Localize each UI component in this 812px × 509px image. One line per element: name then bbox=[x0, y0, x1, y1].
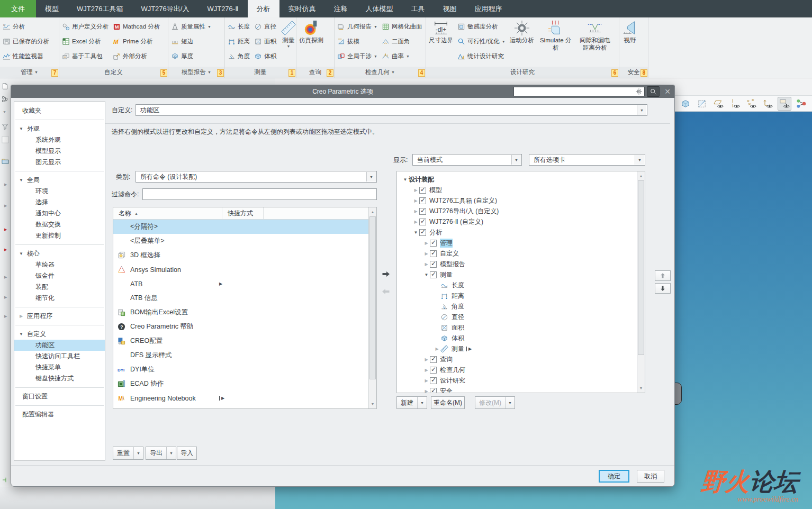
point-display-button[interactable] bbox=[745, 97, 757, 110]
sidebar-section-header[interactable]: ▼核心 bbox=[14, 248, 105, 259]
checkbox[interactable] bbox=[430, 250, 437, 257]
sidebar-item[interactable]: 配置编辑器 bbox=[14, 409, 105, 420]
sidebar-section-header[interactable]: ▼自定义 bbox=[14, 329, 105, 340]
ribbon-item[interactable]: 质量属性▼ bbox=[169, 19, 213, 34]
command-row[interactable]: CREO配置 bbox=[113, 334, 368, 348]
axis-display-button[interactable] bbox=[728, 97, 741, 110]
cancel-button[interactable]: 取消 bbox=[637, 470, 664, 483]
checkbox[interactable] bbox=[430, 261, 437, 268]
ribbon-big-item[interactable]: Simulate 分析 bbox=[537, 19, 575, 52]
scroll-down-icon[interactable]: ▼ bbox=[637, 384, 645, 392]
scrollbar-thumb[interactable] bbox=[369, 216, 376, 379]
chevron-down-icon[interactable]: ▼ bbox=[423, 272, 430, 277]
ribbon-item[interactable]: 基于工具包 bbox=[60, 49, 110, 63]
command-row[interactable]: ECAD 协作 bbox=[113, 377, 368, 391]
ribbon-item[interactable]: Excel 分析 bbox=[60, 34, 110, 49]
sidebar-item[interactable]: 快捷菜单 bbox=[14, 362, 105, 373]
category-dropdown[interactable]: 所有命令 (设计装配) ▼ bbox=[136, 171, 377, 183]
sidebar-item-favorites[interactable]: 收藏夹 bbox=[14, 105, 105, 116]
scroll-up-icon[interactable]: ▲ bbox=[369, 208, 376, 216]
rename-button[interactable]: 重命名(M) bbox=[431, 396, 465, 409]
ribbon-item[interactable]: 用户定义分析 bbox=[60, 19, 110, 34]
ribbon-item[interactable]: 性能监视器 bbox=[1, 49, 51, 63]
tree-row[interactable]: ▶WJT276-Ⅱ (自定义) bbox=[397, 216, 645, 227]
tree-row[interactable]: ▶模型报告 bbox=[397, 259, 645, 269]
ribbon-tab[interactable]: 文件 bbox=[0, 0, 36, 17]
command-row[interactable]: 3D 框选择 bbox=[113, 248, 368, 262]
tree-row[interactable]: ▶安全 bbox=[397, 386, 645, 393]
annotation-display-button[interactable] bbox=[778, 97, 791, 111]
ribbon-tab[interactable]: 分析 bbox=[248, 0, 279, 17]
ribbon-big-item[interactable]: 视野 bbox=[620, 19, 639, 46]
ribbon-item[interactable]: 面积 bbox=[252, 34, 278, 49]
command-row[interactable]: BOM输出Excel设置 bbox=[113, 305, 368, 320]
ribbon-item[interactable]: 外部分析 bbox=[111, 49, 161, 63]
tree-row[interactable]: 距离 bbox=[397, 290, 645, 301]
scroll-up-icon[interactable]: ▲ bbox=[637, 172, 645, 180]
options-search-input[interactable] bbox=[513, 87, 645, 96]
shaded-cube-button[interactable] bbox=[679, 97, 692, 110]
ribbon-item[interactable]: 短边 bbox=[169, 34, 213, 49]
sidebar-item[interactable]: 功能区 bbox=[14, 340, 105, 351]
ribbon-item[interactable]: 网格化曲面 bbox=[380, 19, 424, 34]
chevron-right-icon[interactable]: ▶ bbox=[423, 368, 430, 372]
tree-row[interactable]: ▶模型 bbox=[397, 185, 645, 195]
sidebar-item[interactable]: 装配 bbox=[14, 281, 105, 293]
csys-display-button[interactable] bbox=[761, 97, 774, 110]
search-button[interactable] bbox=[647, 86, 660, 97]
ribbon-big-item[interactable]: 仿真探测 bbox=[297, 19, 325, 46]
filter-commands-input[interactable] bbox=[142, 188, 377, 200]
checkbox[interactable] bbox=[419, 229, 426, 236]
display-mode-dropdown[interactable]: 当前模式 ▼ bbox=[412, 154, 522, 166]
checkbox[interactable] bbox=[419, 187, 426, 194]
sidebar-item[interactable]: 选择 bbox=[14, 197, 105, 208]
tree-row[interactable]: ▶管理 bbox=[397, 238, 645, 248]
ribbon-item[interactable]: 直径 bbox=[252, 19, 278, 34]
spin-center-button[interactable] bbox=[795, 97, 808, 110]
ribbon-tab[interactable]: WJT276工具箱 bbox=[68, 0, 132, 17]
column-header-name[interactable]: 名称▲ bbox=[113, 207, 222, 219]
tree-scrollbar[interactable]: ▲ ▼ bbox=[637, 171, 645, 393]
sidebar-item[interactable]: 系统外观 bbox=[14, 134, 105, 146]
checkbox[interactable] bbox=[419, 219, 426, 225]
reset-button[interactable]: 重置▼ bbox=[113, 447, 143, 460]
sidebar-item[interactable]: 快速访问工具栏 bbox=[14, 351, 105, 362]
ok-button[interactable]: 确定 bbox=[599, 470, 629, 483]
sidebar-item[interactable]: 钣金件 bbox=[14, 270, 105, 281]
ribbon-item[interactable]: 体积 bbox=[252, 49, 278, 63]
chevron-right-icon[interactable]: ▶ bbox=[412, 209, 419, 214]
tree-row[interactable]: 角度 bbox=[397, 301, 645, 312]
command-row[interactable]: <层叠菜单> bbox=[113, 234, 368, 248]
sidebar-item[interactable]: 更新控制 bbox=[14, 230, 105, 241]
command-row[interactable]: DFS 显示样式 bbox=[113, 348, 368, 362]
checkbox[interactable] bbox=[430, 367, 437, 374]
tree-row[interactable]: ▶WJT276工具箱 (自定义) bbox=[397, 195, 645, 206]
chevron-right-icon[interactable]: ▶ bbox=[423, 241, 430, 246]
import-button[interactable]: 导入 bbox=[177, 447, 197, 460]
sidebar-section-header[interactable]: ▼全局 bbox=[14, 175, 105, 186]
ribbon-item[interactable]: 全局干涉▼ bbox=[336, 49, 379, 63]
ribbon-tab[interactable]: 模型 bbox=[36, 0, 68, 17]
tree-row[interactable]: ▶WJT276导出/入 (自定义) bbox=[397, 206, 645, 216]
customize-dropdown[interactable]: 功能区 ▼ bbox=[136, 104, 647, 116]
tree-row[interactable]: 直径 bbox=[397, 312, 645, 322]
command-row[interactable]: ATB▶ bbox=[113, 277, 368, 291]
checkbox[interactable] bbox=[419, 208, 426, 215]
command-row[interactable]: Ansys Simulation bbox=[113, 262, 368, 277]
chevron-right-icon[interactable]: ▶ bbox=[412, 188, 419, 193]
scrollbar-thumb[interactable] bbox=[638, 180, 644, 355]
close-icon[interactable]: ✕ bbox=[664, 86, 671, 97]
commands-scrollbar[interactable]: ▲ ▼ bbox=[368, 207, 376, 408]
modify-button[interactable]: 修改(M)▼ bbox=[475, 396, 515, 409]
sidebar-item[interactable]: 数据交换 bbox=[14, 219, 105, 230]
sidebar-item[interactable]: 窗口设置 bbox=[14, 391, 105, 402]
ribbon-item[interactable]: 3D厚度 bbox=[169, 49, 213, 63]
ribbon-big-item[interactable]: 间隙和漏电距离分析 bbox=[576, 19, 614, 52]
ribbon-item[interactable]: 已保存的分析 bbox=[1, 34, 51, 49]
sidebar-section-header[interactable]: ▼外观 bbox=[14, 123, 105, 134]
ribbon-tab[interactable]: 应用程序 bbox=[466, 0, 511, 17]
ribbon-tab[interactable]: WJT276导出/入 bbox=[132, 0, 198, 17]
ribbon-item[interactable]: 统计设计研究 bbox=[456, 49, 507, 63]
column-header-shortcut[interactable]: 快捷方式 bbox=[222, 207, 263, 219]
chevron-right-icon[interactable]: ▶ bbox=[423, 357, 430, 362]
